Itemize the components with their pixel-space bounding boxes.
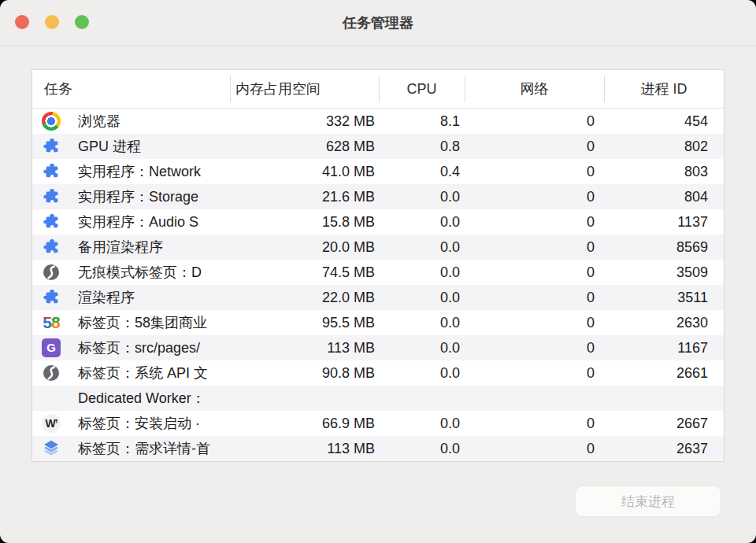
cpu-cell: 0.0: [379, 315, 465, 331]
pid-cell: 3509: [604, 264, 724, 281]
pid-cell: 802: [604, 139, 724, 155]
table-row[interactable]: 实用程序：Audio S15.8 MB0.001137: [32, 209, 724, 235]
task-cell: 58标签页：58集团商业: [32, 313, 230, 332]
table-header: 任务内存占用空间CPU网络进程 ID: [32, 70, 724, 109]
table-row[interactable]: 58标签页：58集团商业95.5 MB0.002630: [32, 310, 724, 335]
task-label: 标签页：58集团商业: [78, 313, 207, 332]
table-body: 浏览器332 MB8.10454GPU 进程628 MB0.80802实用程序：…: [32, 109, 724, 461]
column-header-cpu[interactable]: CPU: [379, 81, 465, 98]
cpu-cell: 0.4: [379, 164, 465, 180]
task-cell: 浏览器: [32, 112, 230, 131]
table-row[interactable]: 实用程序：Storage21.6 MB0.00804: [32, 184, 724, 209]
task-cell: GPU 进程: [32, 137, 230, 156]
task-cell: G标签页：src/pages/: [32, 338, 230, 357]
cpu-cell: 0.0: [379, 214, 465, 231]
task-cell: 实用程序：Audio S: [32, 212, 230, 231]
table-row[interactable]: 备用渲染程序20.0 MB0.008569: [32, 235, 724, 260]
table-row[interactable]: 无痕模式标签页：D74.5 MB0.003509: [32, 260, 724, 285]
zoom-button[interactable]: [75, 15, 89, 29]
process-table: 任务内存占用空间CPU网络进程 ID 浏览器332 MB8.10454GPU 进…: [32, 69, 724, 462]
pid-cell: 8569: [604, 239, 724, 256]
layers-icon: [42, 439, 61, 458]
pid-cell: 1167: [604, 340, 724, 356]
network-cell: 0: [465, 441, 604, 457]
pid-cell: 2637: [604, 441, 724, 457]
column-divider: [230, 76, 231, 102]
network-cell: 0: [465, 214, 604, 231]
memory-cell: 74.5 MB: [230, 264, 379, 281]
network-cell: 0: [465, 340, 604, 356]
task-label: 渲染程序: [78, 288, 135, 307]
table-row[interactable]: 实用程序：Network41.0 MB0.40803: [32, 159, 724, 184]
column-header-network[interactable]: 网络: [465, 79, 604, 98]
table-row[interactable]: 标签页：系统 API 文90.8 MB0.002661: [32, 360, 724, 386]
pid-cell: 803: [604, 164, 724, 180]
column-header-memory[interactable]: 内存占用空间: [230, 79, 379, 98]
table-row[interactable]: 渲染程序22.0 MB0.003511: [32, 285, 724, 310]
pid-cell: 2630: [604, 315, 724, 331]
memory-cell: 41.0 MB: [230, 164, 379, 180]
cpu-cell: 0.0: [379, 290, 465, 306]
cpu-cell: 0.0: [379, 264, 465, 281]
cpu-cell: 0.0: [379, 189, 465, 205]
column-header-pid[interactable]: 进程 ID: [604, 79, 724, 98]
task-manager-window: 任务管理器 任务内存占用空间CPU网络进程 ID 浏览器332 MB8.1045…: [0, 0, 756, 543]
cpu-cell: 0.0: [379, 441, 465, 457]
task-label: 标签页：src/pages/: [78, 338, 200, 357]
pid-cell: 1137: [604, 214, 724, 231]
network-cell: 0: [465, 139, 604, 155]
globe-icon: [42, 364, 61, 382]
window-title: 任务管理器: [343, 13, 413, 32]
task-label: 无痕模式标签页：D: [78, 263, 202, 282]
extension-puzzle-icon: [42, 137, 61, 156]
task-cell: 实用程序：Network: [32, 162, 230, 181]
titlebar[interactable]: 任务管理器: [0, 0, 756, 46]
memory-cell: 113 MB: [230, 340, 379, 356]
memory-cell: 66.9 MB: [230, 416, 379, 432]
table-row[interactable]: 浏览器332 MB8.10454: [32, 109, 724, 134]
extension-puzzle-icon: [42, 288, 61, 307]
task-label: GPU 进程: [78, 137, 141, 156]
no-icon: [42, 389, 61, 408]
g-app-icon: G: [42, 338, 61, 357]
memory-cell: 21.6 MB: [230, 189, 379, 205]
memory-cell: 22.0 MB: [230, 290, 379, 306]
cpu-cell: 0.0: [379, 416, 465, 432]
task-label: 实用程序：Network: [78, 162, 201, 181]
task-cell: Dedicated Worker：: [32, 389, 230, 408]
network-cell: 0: [465, 416, 604, 432]
memory-cell: 20.0 MB: [230, 239, 379, 256]
table-row[interactable]: W’标签页：安装启动 ·66.9 MB0.002667: [32, 411, 724, 436]
close-button[interactable]: [15, 15, 29, 29]
pid-cell: 2667: [604, 416, 724, 432]
end-process-button[interactable]: 结束进程: [575, 486, 721, 517]
extension-puzzle-icon: [42, 238, 61, 257]
table-row[interactable]: GPU 进程628 MB0.80802: [32, 134, 724, 159]
table-row[interactable]: Dedicated Worker：: [32, 386, 724, 411]
extension-puzzle-icon: [42, 212, 61, 231]
table-row[interactable]: G标签页：src/pages/113 MB0.001167: [32, 335, 724, 360]
task-cell: W’标签页：安装启动 ·: [32, 414, 230, 433]
network-cell: 0: [465, 365, 604, 382]
task-cell: 渲染程序: [32, 288, 230, 307]
memory-cell: 15.8 MB: [230, 214, 379, 231]
cpu-cell: 0.0: [379, 340, 465, 356]
task-label: 标签页：系统 API 文: [78, 364, 208, 382]
task-cell: 实用程序：Storage: [32, 187, 230, 206]
memory-cell: 113 MB: [230, 441, 379, 457]
network-cell: 0: [465, 113, 604, 130]
table-row[interactable]: 标签页：需求详情-首113 MB0.002637: [32, 436, 724, 461]
network-cell: 0: [465, 315, 604, 331]
extension-puzzle-icon: [42, 187, 61, 206]
chrome-icon: [42, 112, 61, 131]
network-cell: 0: [465, 189, 604, 205]
58-icon: 58: [42, 313, 61, 332]
memory-cell: 628 MB: [230, 139, 379, 155]
task-label: 标签页：安装启动 ·: [78, 414, 200, 433]
task-label: 标签页：需求详情-首: [78, 439, 210, 458]
column-header-task[interactable]: 任务: [32, 79, 230, 98]
minimize-button[interactable]: [45, 15, 59, 29]
pid-cell: 2661: [604, 365, 724, 382]
task-label: 浏览器: [78, 112, 120, 131]
cpu-cell: 0.8: [379, 139, 465, 155]
